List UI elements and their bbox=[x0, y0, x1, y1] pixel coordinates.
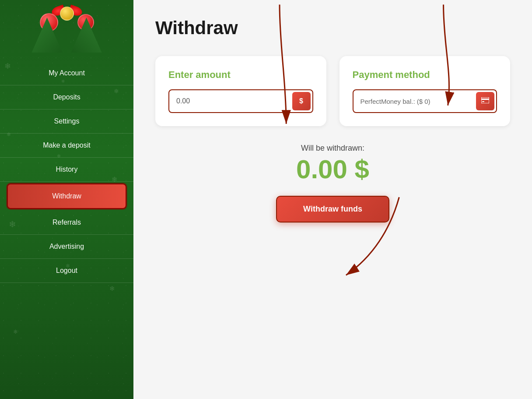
svg-rect-0 bbox=[481, 97, 489, 103]
sidebar-item-advertising[interactable]: Advertising bbox=[0, 235, 133, 259]
payment-icon-button[interactable] bbox=[476, 92, 494, 110]
enter-amount-card: Enter amount $ bbox=[155, 56, 326, 126]
sidebar-item-settings[interactable]: Settings bbox=[0, 109, 133, 134]
enter-amount-title: Enter amount bbox=[168, 69, 313, 81]
sidebar-item-withdraw[interactable]: Withdraw bbox=[7, 184, 126, 209]
amount-input[interactable] bbox=[169, 91, 290, 111]
amount-input-wrapper: $ bbox=[168, 89, 313, 113]
withdraw-funds-button[interactable]: Withdraw funds bbox=[276, 196, 389, 222]
christmas-ornaments bbox=[0, 0, 133, 57]
withdraw-amount: 0.00 $ bbox=[155, 156, 510, 183]
withdraw-label: Will be withdrawn: bbox=[155, 144, 510, 153]
page-title: Withdraw bbox=[155, 18, 510, 39]
card-icon bbox=[481, 97, 489, 105]
ornament-ball-gold bbox=[60, 7, 74, 21]
cards-row: Enter amount $ Payment method PerfectMon… bbox=[155, 56, 510, 126]
nav-menu: My Account Deposits Settings Make a depo… bbox=[0, 57, 133, 399]
svg-rect-2 bbox=[482, 101, 484, 102]
payment-method-card: Payment method PerfectMoney bal.: ($ 0) bbox=[340, 56, 511, 126]
sidebar-item-history[interactable]: History bbox=[0, 158, 133, 182]
main-content: Withdraw Enter amount $ Payment method P… bbox=[133, 0, 532, 399]
sidebar-item-make-deposit[interactable]: Make a deposit bbox=[0, 134, 133, 158]
svg-rect-1 bbox=[481, 99, 489, 100]
sidebar-item-logout[interactable]: Logout bbox=[0, 259, 133, 283]
withdraw-summary: Will be withdrawn: 0.00 $ bbox=[155, 144, 510, 183]
pine-branch-right bbox=[71, 18, 102, 53]
sidebar-item-referrals[interactable]: Referrals bbox=[0, 211, 133, 235]
dollar-icon: $ bbox=[299, 97, 303, 105]
payment-method-title: Payment method bbox=[353, 69, 497, 81]
payment-method-wrapper: PerfectMoney bal.: ($ 0) bbox=[353, 89, 497, 113]
sidebar-item-my-account[interactable]: My Account bbox=[0, 61, 133, 85]
sidebar-item-deposits[interactable]: Deposits bbox=[0, 85, 133, 109]
withdraw-currency: $ bbox=[355, 155, 369, 184]
withdraw-amount-value: 0.00 bbox=[296, 155, 347, 184]
currency-icon-button[interactable]: $ bbox=[292, 92, 311, 110]
payment-method-value: PerfectMoney bal.: ($ 0) bbox=[354, 92, 475, 111]
sidebar: ❄ ❄ ❄ ❄ ❄ ❄ ❄ ❄ ❄ ❄ My Account Deposits … bbox=[0, 0, 133, 399]
